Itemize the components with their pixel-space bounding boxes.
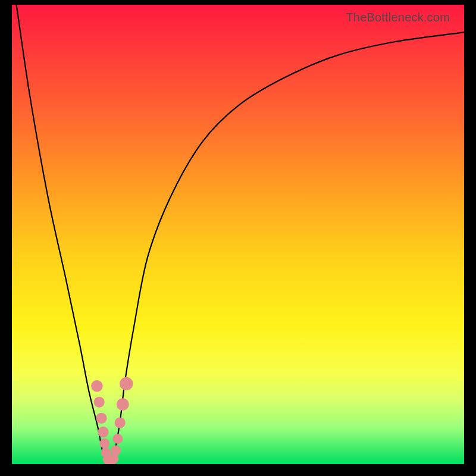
marker-dot — [99, 439, 109, 449]
marker-group — [91, 377, 133, 464]
marker-dot — [96, 413, 107, 424]
bottleneck-curve-path — [17, 5, 464, 464]
marker-dot — [94, 397, 105, 408]
curve-layer — [12, 5, 464, 464]
chart-frame: TheBottleneck.com — [0, 0, 476, 476]
marker-dot — [120, 377, 133, 390]
plot-area: TheBottleneck.com — [12, 5, 464, 464]
marker-dot — [91, 380, 103, 392]
marker-dot — [98, 427, 108, 437]
marker-dot — [112, 434, 123, 444]
marker-dot — [117, 398, 129, 411]
marker-dot — [115, 417, 126, 428]
marker-dot — [111, 445, 121, 455]
